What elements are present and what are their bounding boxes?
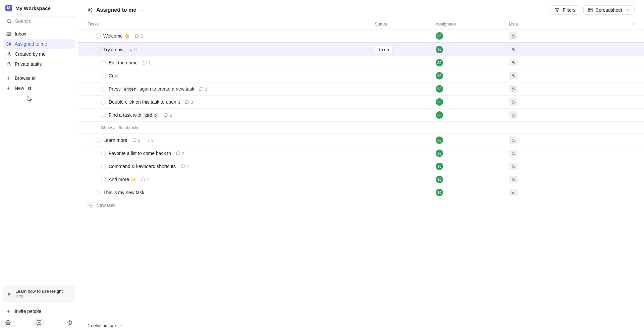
invite-people[interactable]: Invite people [3,306,75,317]
help-icon[interactable] [67,320,72,325]
list-private-chip[interactable] [509,59,518,66]
task-checkbox[interactable] [96,34,101,39]
task-title: Welcome 👋 [103,33,130,39]
assignee-avatar[interactable]: SJ [436,111,443,119]
assignee-avatar[interactable]: SJ [436,46,443,53]
task-checkbox[interactable] [96,138,101,143]
task-row[interactable]: Favorite a list to come back to2 SJ [78,147,644,160]
task-row[interactable]: Command & keyboard shortcuts4 SJ [78,160,644,173]
list-private-chip[interactable] [509,72,518,79]
list-private-chip[interactable] [509,150,518,157]
assignee-avatar[interactable]: SJ [436,150,443,157]
assignee-avatar[interactable]: SJ [436,72,443,79]
task-row[interactable]: Try it now6 To do SJ [78,43,644,56]
sidebar-item-created[interactable]: Created by me [3,49,75,59]
search-icon [6,18,12,24]
assignee-avatar[interactable]: SJ [436,98,443,106]
nav-label: New list [15,86,31,91]
sidebar-item-newlist[interactable]: New list [3,83,75,93]
task-row[interactable]: This is my new task SJ # [78,186,644,199]
comment-count[interactable]: 2 [132,138,141,143]
task-checkbox[interactable] [101,60,106,65]
filters-button[interactable]: Filters [550,5,580,15]
svg-point-18 [88,8,92,12]
comment-count[interactable]: 5 [135,34,143,39]
search-input[interactable]: Search [3,16,75,26]
chevron-down-icon [119,323,124,328]
task-checkbox[interactable] [101,100,106,105]
task-row[interactable]: Learn more23 SJ [78,134,644,147]
selection-footer[interactable]: 1 selected task [88,323,124,328]
task-row[interactable]: Find a task with cmd+p2 SJ [78,109,644,122]
column-tasks[interactable]: Tasks [88,21,375,26]
comment-count[interactable]: 7 [141,177,149,182]
quick-add-button[interactable] [33,319,45,327]
list-private-chip[interactable] [509,111,518,119]
task-row[interactable]: And more ✨7 SJ [78,173,644,186]
task-row[interactable]: Press enter again to create a new task1 … [78,82,644,96]
workspace-switcher[interactable]: M My Workspace [3,3,75,13]
new-task-row[interactable]: + New task [78,199,644,211]
plus-square-icon [36,320,42,325]
assignee-avatar[interactable]: SJ [436,189,443,196]
list-private-chip[interactable] [509,85,518,93]
list-private-chip[interactable] [509,136,518,144]
svg-point-19 [89,9,91,11]
comment-count[interactable]: 2 [176,151,184,156]
column-assignees[interactable]: Assignees [436,21,509,26]
assignee-avatar[interactable]: SJ [436,32,443,40]
svg-point-12 [7,322,9,323]
task-checkbox[interactable] [96,190,101,195]
plus-icon [6,75,11,81]
task-row[interactable]: Welcome 👋5 SJ [78,30,644,43]
subtask-count[interactable]: 3 [145,138,154,143]
task-checkbox[interactable] [101,177,106,182]
sidebar-item-assigned[interactable]: Assigned to me [3,39,75,49]
assignee-avatar[interactable]: SJ [436,85,443,93]
task-checkbox[interactable] [101,113,106,118]
gear-icon[interactable] [5,320,11,325]
task-row[interactable]: Cool SJ [78,69,644,82]
comment-count[interactable]: 2 [163,113,172,118]
comment-count[interactable]: 3 [184,100,193,105]
sidebar-item-inbox[interactable]: Inbox [3,29,75,39]
list-private-chip[interactable] [509,163,518,170]
nav-label: Inbox [15,31,26,37]
task-checkbox[interactable] [101,73,106,78]
task-title: Favorite a list to come back to [109,151,171,156]
column-status[interactable]: Status [375,21,436,26]
chevron-down-icon[interactable] [88,48,93,52]
sidebar-item-private[interactable]: Private tasks [3,59,75,69]
task-checkbox[interactable] [101,151,106,156]
task-row[interactable]: Double-click on this task to open it3 SJ [78,96,644,109]
comment-count[interactable]: 1 [199,87,207,92]
task-checkbox[interactable] [101,164,106,169]
list-private-chip[interactable] [509,32,518,40]
column-lists[interactable]: Lists [509,21,630,26]
sidebar-item-browse[interactable]: Browse all [3,73,75,83]
task-checkbox[interactable] [96,47,101,52]
comment-count[interactable]: 4 [180,164,189,169]
list-private-chip[interactable] [509,98,518,106]
assignee-avatar[interactable]: SJ [436,176,443,183]
more-icon[interactable] [140,7,145,13]
list-hash-chip[interactable]: # [509,189,518,196]
task-checkbox[interactable] [101,87,106,92]
lock-icon [6,61,11,67]
list-private-chip[interactable] [509,176,518,183]
status-pill[interactable]: To do [375,46,393,53]
assignee-avatar[interactable]: SJ [436,163,443,170]
add-column-button[interactable]: + [630,21,637,26]
user-icon [6,51,11,57]
learn-card[interactable]: Learn how to use Height 6:23 [3,285,75,302]
assignee-avatar[interactable]: SJ [436,136,443,144]
view-button[interactable]: Spreadsheet [583,5,635,15]
comment-count[interactable]: 1 [142,60,151,65]
subtask-count[interactable]: 6 [128,47,137,52]
task-row[interactable]: Edit the name1 SJ [78,56,644,69]
task-title: Double-click on this task to open it [109,99,180,105]
show-all-subtasks[interactable]: Show all 6 subtasks [78,122,644,134]
assignee-avatar[interactable]: SJ [436,59,443,66]
list-private-chip[interactable] [509,46,518,53]
svg-point-22 [144,10,144,10]
